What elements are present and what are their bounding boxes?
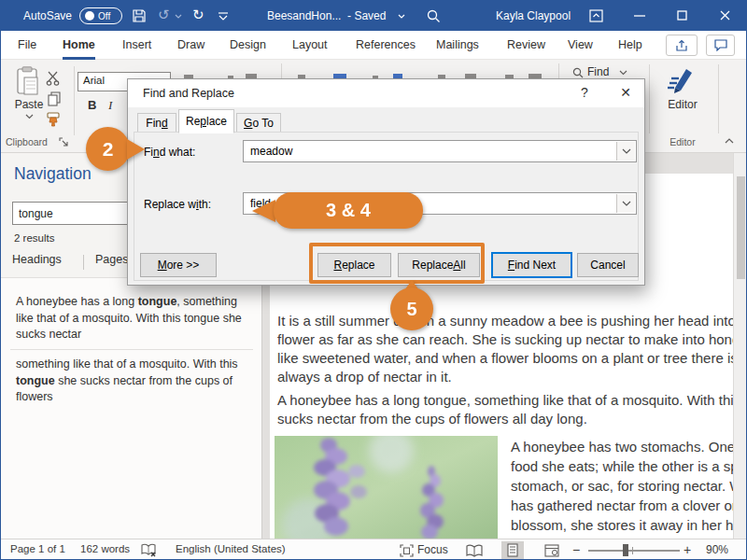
document-text-line: A honeybee has two stomachs. One <box>511 439 733 455</box>
document-text-line: has gathered nectar from a clover or <box>511 497 733 513</box>
find-what-dropdown-button[interactable] <box>616 142 635 161</box>
chevron-down-icon <box>622 148 631 154</box>
minimize-icon[interactable] <box>634 15 645 17</box>
tab-references[interactable]: References <box>356 38 416 57</box>
proofing-errors-icon[interactable] <box>141 543 157 557</box>
editor-button[interactable]: Editor <box>660 98 705 111</box>
document-text-line: sucks nectar from the cups of flowers al… <box>277 411 587 427</box>
find-button[interactable]: Find <box>587 65 609 78</box>
web-layout-icon <box>544 544 559 557</box>
vertical-scrollbar[interactable] <box>733 153 747 539</box>
paste-button[interactable]: Paste <box>12 98 46 111</box>
tab-help[interactable]: Help <box>618 38 642 57</box>
callout-step-5: 5 <box>390 287 433 330</box>
tab-insert[interactable]: Insert <box>122 38 151 57</box>
navigation-tab-headings[interactable]: Headings <box>12 253 62 266</box>
find-icon[interactable] <box>572 67 584 78</box>
search-result-item[interactable]: something like that of a mosquito. With … <box>16 357 247 406</box>
collapse-ribbon-icon[interactable] <box>725 138 734 144</box>
tab-layout[interactable]: Layout <box>292 38 328 57</box>
paste-dropdown-icon[interactable] <box>25 114 34 119</box>
dialog-close-button[interactable]: ✕ <box>615 85 636 100</box>
find-what-value: meadow <box>250 145 292 158</box>
close-icon[interactable] <box>720 10 730 21</box>
copy-icon[interactable] <box>48 91 62 106</box>
comments-button[interactable] <box>706 35 735 56</box>
find-dropdown-icon[interactable] <box>619 70 627 76</box>
result-divider <box>10 349 253 350</box>
editor-pen-icon[interactable] <box>668 65 696 95</box>
zoom-slider-track[interactable] <box>588 550 680 552</box>
undo-dropdown-icon[interactable] <box>175 14 182 19</box>
search-icon[interactable] <box>427 9 441 23</box>
tab-view[interactable]: View <box>568 38 593 57</box>
dialog-tab-replace[interactable]: Replace <box>178 109 234 133</box>
focus-mode-icon[interactable] <box>400 544 414 557</box>
web-layout-button[interactable] <box>541 541 563 559</box>
scrollbar-thumb[interactable] <box>737 176 745 279</box>
read-mode-icon[interactable] <box>466 544 483 557</box>
quick-access-toolbar-icon[interactable] <box>218 11 229 21</box>
cut-icon[interactable] <box>46 71 62 86</box>
user-name[interactable]: Kayla Claypool <box>496 9 571 22</box>
print-layout-button[interactable] <box>501 541 524 559</box>
navigation-tab-pages[interactable]: Pages <box>95 253 128 266</box>
italic-button[interactable]: I <box>108 98 112 113</box>
maximize-icon[interactable] <box>677 10 687 21</box>
dialog-title: Find and Replace <box>143 87 234 100</box>
toggle-knob-icon <box>85 11 94 21</box>
redo-icon[interactable]: ↻ <box>192 7 204 23</box>
cancel-button[interactable]: Cancel <box>577 253 639 277</box>
editor-group-label: Editor <box>658 136 707 147</box>
word-count[interactable]: 162 words <box>80 543 130 554</box>
document-title[interactable]: BeesandHon... - Saved <box>267 9 386 22</box>
more-button[interactable]: More >> <box>140 253 217 277</box>
lavender-photo[interactable] <box>275 436 498 539</box>
highlight-box-replace-buttons <box>309 243 485 284</box>
tab-file[interactable]: File <box>18 38 36 57</box>
clipboard-group-label: Clipboard <box>6 136 48 147</box>
share-icon <box>675 39 688 52</box>
comment-icon <box>714 39 727 51</box>
tab-design[interactable]: Design <box>230 38 266 57</box>
find-next-button[interactable]: Find Next <box>491 252 572 278</box>
dialog-tab-find[interactable]: Find <box>137 113 176 133</box>
zoom-in-button[interactable]: + <box>684 542 691 557</box>
tab-draw[interactable]: Draw <box>177 38 204 57</box>
font-name-value: Arial <box>83 75 105 86</box>
ribbon-display-options-icon[interactable] <box>589 9 603 22</box>
replace-with-dropdown-button[interactable] <box>616 194 635 213</box>
navigation-pane-title: Navigation <box>14 164 92 184</box>
page-indicator[interactable]: Page 1 of 1 <box>10 543 65 554</box>
document-text-line: A honeybee has a long tongue, something … <box>277 392 733 408</box>
print-layout-icon <box>507 543 518 557</box>
dialog-title-bar[interactable]: Find and Replace ? ✕ <box>128 79 644 107</box>
share-button[interactable] <box>666 35 698 56</box>
document-text-line: like sweetened water, and when a flower … <box>277 350 733 366</box>
format-painter-icon[interactable] <box>46 111 63 127</box>
search-result-item[interactable]: A honeybee has a long tongue, something … <box>16 294 247 343</box>
language-indicator[interactable]: English (United States) <box>176 543 286 554</box>
tab-divider <box>83 255 84 270</box>
document-text-line: flower as far as she can reach. She is s… <box>277 331 733 347</box>
ribbon-tab-row: File Home Insert Draw Design Layout Refe… <box>1 31 746 60</box>
zoom-slider-thumb[interactable] <box>623 544 628 556</box>
dialog-tab-goto[interactable]: Go To <box>236 113 281 133</box>
bold-button[interactable]: B <box>88 98 96 112</box>
find-what-combo[interactable]: meadow <box>243 140 637 162</box>
zoom-out-button[interactable]: − <box>572 542 580 557</box>
dialog-help-button[interactable]: ? <box>574 85 595 100</box>
save-icon[interactable] <box>132 8 147 23</box>
focus-mode-button[interactable]: Focus <box>417 543 448 556</box>
chevron-down-icon <box>622 201 631 206</box>
undo-icon[interactable]: ↺ <box>158 7 170 23</box>
tab-home[interactable]: Home <box>63 38 95 60</box>
autosave-toggle[interactable]: Off <box>79 7 122 24</box>
title-dropdown-icon[interactable] <box>398 14 405 19</box>
clipboard-dialog-launcher-icon[interactable] <box>59 137 69 147</box>
tab-mailings[interactable]: Mailings <box>436 38 479 57</box>
paste-icon[interactable] <box>16 66 42 96</box>
zoom-level[interactable]: 90% <box>706 543 728 556</box>
document-text-line: always a drop of nectar in it. <box>277 369 452 385</box>
tab-review[interactable]: Review <box>507 38 545 57</box>
